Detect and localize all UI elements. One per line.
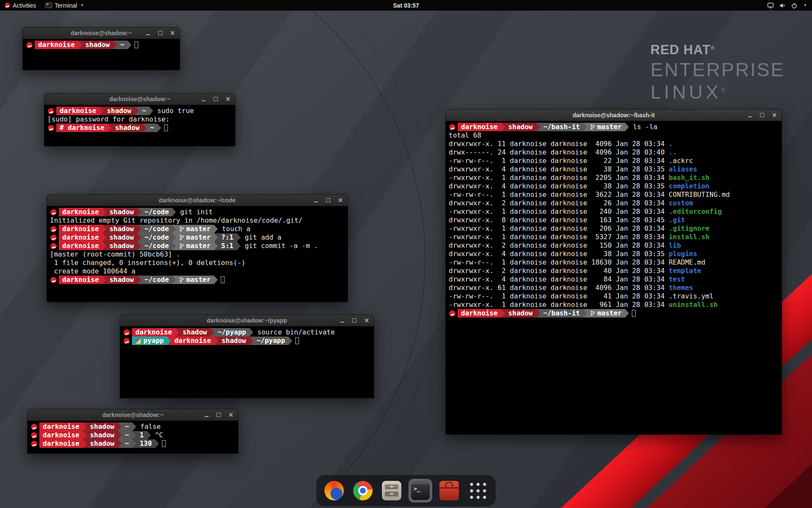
- prompt-segment: shadow: [87, 422, 118, 431]
- app-menu[interactable]: Terminal ▼: [41, 0, 88, 11]
- minimize-button[interactable]: [145, 30, 151, 36]
- terminal-window: darknoise@shadow:~/bash-it darknoiseshad…: [445, 109, 782, 435]
- files-icon: [382, 481, 401, 500]
- terminal-line: darknoiseshadow~/bash-itmaster ls -la: [449, 123, 779, 131]
- prompt-segment: shadow: [218, 337, 250, 345]
- terminal-line: drwxrwxr-x. 4 darknoise darknoise 38 Jan…: [449, 250, 779, 258]
- powerline-separator: [157, 124, 161, 132]
- prompt-segment: S:1: [218, 242, 237, 250]
- close-button[interactable]: [169, 30, 176, 36]
- terminal-content[interactable]: darknoiseshadow~ sudo true[sudo] passwor…: [44, 105, 235, 146]
- terminal-line: darknoiseshadow~1 ^C: [30, 431, 235, 439]
- terminal-text: git commit -a -m .: [241, 242, 318, 250]
- maximize-button[interactable]: [157, 30, 164, 36]
- minimize-button[interactable]: [746, 112, 753, 119]
- window-titlebar[interactable]: darknoise@shadow:~: [27, 409, 238, 421]
- screen-icon: [767, 2, 774, 9]
- firefox-icon: [324, 481, 344, 500]
- powerline-separator: [83, 431, 87, 439]
- prompt-segment: master: [176, 233, 214, 242]
- terminal-line: -rwxrwxr-x. 1 darknoise darknoise 206 Ja…: [449, 224, 779, 233]
- prompt-segment: darknoise: [56, 107, 100, 115]
- window-titlebar[interactable]: darknoise@shadow:~/bash-it: [446, 110, 782, 121]
- terminal-cursor: [134, 41, 138, 48]
- prompt-segment: 130: [136, 439, 155, 448]
- terminal-text: [sudo] password for darknoise:: [47, 115, 174, 124]
- maximize-button[interactable]: [759, 112, 765, 119]
- terminal-line: drwxrwxr-x. 61 darknoise darknoise 4096 …: [449, 284, 779, 292]
- terminal-line: -rw-rw-r--. 1 darknoise darknoise 3622 J…: [449, 190, 779, 199]
- desktop: { "top_bar": { "activities_label": "Acti…: [0, 0, 812, 508]
- terminal-text: total 68: [449, 131, 481, 140]
- chrome-launcher[interactable]: [351, 479, 375, 502]
- toolbox-launcher[interactable]: [437, 479, 461, 502]
- terminal-text: install.sh: [669, 233, 709, 241]
- close-button[interactable]: [337, 197, 344, 204]
- prompt-segment: darknoise: [39, 439, 83, 448]
- powerline-separator: [625, 309, 629, 318]
- terminal-content[interactable]: darknoiseshadow~/pyapp source bin/activa…: [120, 326, 374, 398]
- window-title: darknoise@shadow:~: [71, 30, 132, 36]
- minimize-button[interactable]: [200, 96, 207, 102]
- chevron-down-icon: ▼: [80, 3, 84, 7]
- prompt-segment: shadow: [106, 208, 137, 216]
- redhat-branding: RED HAT® ENTERPRISE LINUX®: [650, 42, 785, 103]
- terminal-text: -rwxrwxr-x. 1 darknoise darknoise 206 Ja…: [449, 224, 669, 233]
- terminal-text: -rwxrwxr-x. 1 darknoise darknoise 961 Ja…: [449, 301, 669, 309]
- terminal-content[interactable]: darknoiseshadow~: [23, 39, 180, 70]
- terminal-text: custom: [669, 199, 693, 207]
- terminal-line: -rwxrwxr-x. 1 darknoise darknoise 961 Ja…: [449, 301, 779, 309]
- git-branch-icon: [179, 226, 184, 232]
- terminal-line: drwxrwxr-x. 2 darknoise darknoise 150 Ja…: [449, 241, 779, 250]
- terminal-text: drwxrwxr-x. 4 darknoise darknoise 38 Jan…: [449, 165, 669, 174]
- redhat-prompt-icon: [50, 235, 57, 241]
- close-button[interactable]: [771, 112, 778, 119]
- powerline-separator: [118, 431, 122, 439]
- terminal-text: aliases: [669, 165, 697, 174]
- powerline-separator: [132, 422, 136, 431]
- activities-button[interactable]: Activities: [0, 0, 41, 11]
- maximize-button[interactable]: [325, 197, 332, 204]
- prompt-segment: shadow: [179, 328, 211, 337]
- terminal-content[interactable]: darknoiseshadow~/code git initInitialize…: [47, 206, 348, 302]
- maximize-button[interactable]: [215, 411, 222, 418]
- terminal-content[interactable]: darknoiseshadow~ falsedarknoiseshadow~1 …: [27, 421, 238, 453]
- dash-dock: [316, 475, 496, 506]
- files-launcher[interactable]: [380, 479, 403, 502]
- powerline-separator: [118, 439, 122, 448]
- prompt-segment: ~/code: [141, 242, 173, 250]
- redhat-prompt-icon: [50, 209, 57, 215]
- window-title: darknoise@shadow:~/pyapp: [207, 317, 287, 324]
- powerline-separator: [102, 276, 106, 284]
- close-button[interactable]: [225, 96, 231, 102]
- firefox-launcher[interactable]: [322, 479, 346, 502]
- close-button[interactable]: [228, 411, 234, 418]
- window-titlebar[interactable]: darknoise@shadow:~: [23, 28, 180, 39]
- window-titlebar[interactable]: darknoise@shadow:~/pyapp: [120, 315, 374, 326]
- minimize-button[interactable]: [313, 197, 319, 204]
- terminal-launcher[interactable]: [409, 479, 432, 502]
- prompt-segment: pyapp: [132, 337, 167, 345]
- branding-redhat: RED HAT®: [650, 42, 785, 58]
- powerline-separator: [135, 107, 139, 115]
- maximize-button[interactable]: [351, 317, 358, 324]
- terminal-content[interactable]: darknoiseshadow~/bash-itmaster ls -latot…: [446, 121, 782, 434]
- terminal-cursor: [162, 440, 166, 447]
- window-titlebar[interactable]: darknoise@shadow:~: [44, 94, 235, 105]
- window-titlebar[interactable]: darknoise@shadow:~/code: [47, 195, 348, 206]
- minimize-button[interactable]: [203, 411, 210, 418]
- git-branch-icon: [590, 124, 595, 130]
- terminal-icon: [411, 481, 430, 500]
- clock[interactable]: Sat 03:57: [393, 2, 419, 9]
- terminal-text: .: [669, 140, 673, 148]
- terminal-cursor: [295, 337, 299, 344]
- terminal-window: darknoise@shadow:~ darknoiseshadow~: [22, 27, 180, 70]
- system-status-area[interactable]: ▼: [762, 0, 812, 11]
- close-button[interactable]: [363, 317, 370, 324]
- appgrid-launcher[interactable]: [466, 479, 490, 502]
- powerline-separator: [536, 123, 540, 131]
- minimize-button[interactable]: [339, 317, 346, 324]
- maximize-button[interactable]: [212, 96, 219, 102]
- terminal-text: drwxrwxr-x. 4 darknoise darknoise 38 Jan…: [449, 182, 669, 190]
- branding-linux: LINUX®: [650, 81, 785, 103]
